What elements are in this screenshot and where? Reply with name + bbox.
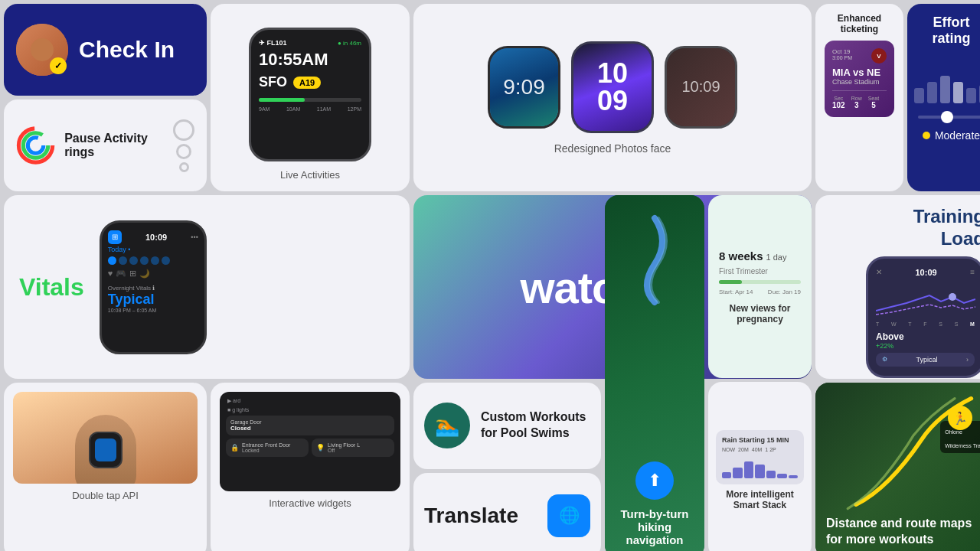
seat-label: 5 [871,101,876,109]
airport-code: SFO [259,74,287,90]
training-chart [876,280,975,318]
venue-label: Chase Stadium [832,78,887,86]
custom-workouts-card: 🏊 Custom Workouts for Pool Swims [413,383,601,469]
effort-rating-card: Effort rating Moderate [907,4,980,191]
watch-time: 10:55AM [259,50,361,70]
smart-stack-card: Rain Starting 15 MIN NOW 20M 40M 1 2P [708,382,812,551]
effort-label: Moderate [935,129,980,142]
svg-point-2 [28,138,43,153]
turn-by-turn-card: ⬆ Turn-by-turn hiking navigation [605,195,704,551]
distance-maps-text: Distance and route maps for more workout… [826,516,980,548]
gate-badge: A19 [293,77,321,89]
live-activities-label: Live Activities [280,169,340,181]
training-pct: +22% [876,342,975,350]
interactive-widgets-label: Interactive widgets [269,497,351,509]
training-load-title: TrainingLoad [913,206,980,250]
custom-pool-translate-container: 🏊 Custom Workouts for Pool Swims Transla… [413,383,601,551]
svg-point-3 [949,293,956,301]
ticketing-title: Enhanced ticketing [825,13,894,34]
live-activities-card: ✈ FL101 ● in 46m 10:55AM SFO A19 9AM 10A… [211,4,410,191]
pregnancy-label: New views for pregnancy [719,303,801,324]
double-tap-card: Double tap API [4,383,207,551]
route-path [624,210,685,310]
check-in-title: Check In [79,37,175,63]
photos-face-card: 9:09 10 09 10:09 Redesigned Photos face [413,4,812,191]
translate-icon: 🌐 [559,506,580,526]
pregnancy-smartstack-container: 8 weeks 1 day First Trimester Start: Apr… [708,195,812,551]
pregnancy-due: Due: Jan 19 [768,289,801,295]
pregnancy-days: 1 day [766,253,787,262]
vitals-title: Vitals [19,273,84,302]
photos-face-label: Redesigned Photos face [554,142,671,155]
distance-maps-card: 🏃 OhloneWilderness Trail Distance and ro… [815,383,980,551]
row-label: 3 [854,101,859,109]
watch1-time: 9:09 [503,75,545,99]
training-load-card: TrainingLoad ✕ 10:09 ≡ T W T F S S M [815,195,980,379]
trail-label: OhloneWilderness Trail [945,429,980,448]
pregnancy-trimester: First Trimester [719,267,801,276]
enhanced-ticketing-card: Enhanced ticketing Oct 19 3:00 PM V MIA … [815,4,903,191]
rain-title: Rain Starting 15 MIN [722,436,798,444]
pause-activity-text: Pause Activity rings [64,132,164,159]
flight-num: ✈ FL101 [259,39,287,47]
activity-rings-icon [16,122,55,168]
avatar: ✓ [16,24,68,76]
vitals-status: Typical [108,292,198,308]
effort-title: Effort rating [918,15,980,47]
teams-label: MIA vs NE [832,67,887,78]
pregnancy-card: 8 weeks 1 day First Trimester Start: Apr… [708,195,812,378]
location-pin: 🏃 [952,411,968,425]
translate-title: Translate [424,504,537,528]
smart-stack-label: More intelligent Smart Stack [716,489,804,510]
sec-label: 102 [832,101,845,109]
pregnancy-weeks: 8 weeks [719,249,763,262]
training-typical: Typical [916,356,937,364]
custom-workouts-text: Custom Workouts for Pool Swims [481,409,590,442]
pregnancy-start: Start: Apr 14 [719,289,753,295]
turn-by-turn-label: Turn-by-turn hiking navigation [617,507,692,546]
translate-card: Translate 🌐 [413,473,601,552]
swim-icon: 🏊 [435,414,459,438]
double-tap-label: Double tap API [72,490,139,501]
pause-activity-card: Pause Activity rings [4,99,207,191]
vitals-time-range: 10:08 PM – 6:05 AM [108,308,198,313]
watch2-time: 10 [597,60,628,87]
vitals-card: Vitals ⊞ 10:09 ••• Today • ♥ 🎮 [4,195,410,379]
training-above: Above [876,331,975,342]
flight-time: ● in 46m [338,40,361,47]
check-in-card: ✓ Check In [4,4,207,96]
interactive-widgets-card: ▶ ard ■ g lights Garage Door Closed 🔒 En… [211,383,410,551]
nav-icon: ⬆ [648,471,662,491]
